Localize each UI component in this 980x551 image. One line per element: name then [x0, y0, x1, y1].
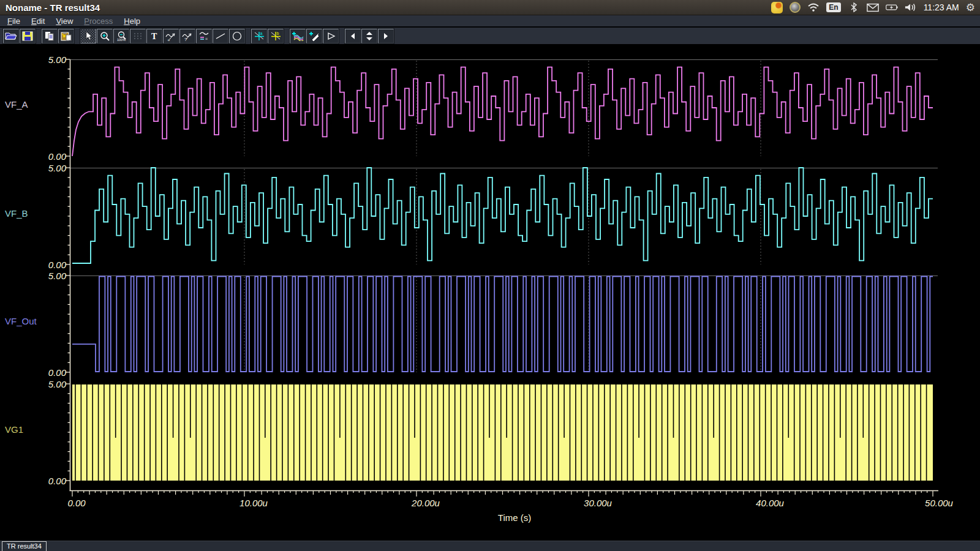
- run-icon: [326, 31, 336, 41]
- zoom-out-100-icon: 100%: [116, 31, 127, 41]
- zoom-in-icon: [99, 31, 110, 41]
- svg-text:100%: 100%: [117, 37, 126, 41]
- x-tick-40: 40.00u: [742, 498, 797, 508]
- svg-text:b: b: [276, 31, 279, 36]
- paste-button[interactable]: [58, 29, 74, 43]
- trace-label-vfb: VF_B: [5, 208, 63, 219]
- x-tick-0: 0.00: [49, 498, 104, 508]
- curve-annotate-a-button[interactable]: a: [163, 29, 179, 43]
- y-max-label-vfb: 5.00: [24, 163, 66, 173]
- tab-tr-result34[interactable]: TR result34: [2, 541, 47, 551]
- save-button[interactable]: [20, 29, 36, 43]
- select-icon: [83, 31, 93, 41]
- volume-icon[interactable]: [905, 1, 917, 13]
- curve-annotate-a-icon: a: [165, 31, 177, 41]
- y-max-label-vfa: 5.00: [24, 54, 66, 65]
- app-orb-icon[interactable]: [790, 2, 801, 13]
- paste-icon: [61, 31, 72, 41]
- text-icon: T: [149, 31, 159, 41]
- y-min-label-vfb: 0.00: [24, 260, 66, 270]
- menu-edit[interactable]: Edit: [26, 16, 50, 26]
- app-yellow-icon[interactable]: [771, 2, 783, 13]
- svg-text:?: ?: [184, 37, 187, 41]
- gear-icon[interactable]: ⚙: [966, 1, 975, 14]
- nav-left-icon: [349, 32, 356, 40]
- wifi-icon[interactable]: [807, 1, 820, 13]
- keyboard-layout-indicator[interactable]: En: [826, 2, 840, 12]
- toolbar-group: 100%Ta?=: [80, 29, 246, 43]
- y-max-label-vg1: 5.00: [24, 379, 66, 389]
- toolbar-group: [42, 29, 75, 43]
- trace-label-vfa: VF_A: [5, 99, 63, 110]
- ellipse-button[interactable]: [229, 29, 245, 43]
- waveform-plot: [0, 44, 980, 541]
- cursor-a-button[interactable]: a: [251, 29, 267, 43]
- toolbar-group: [345, 29, 394, 43]
- curve-annotate-help-button[interactable]: ?: [179, 29, 195, 43]
- bottom-tab-bar: TR result34: [0, 541, 980, 551]
- toolbar-group: [290, 29, 339, 43]
- x-tick-20: 20.00u: [398, 498, 453, 508]
- open-icon: [5, 31, 17, 41]
- trace-label-vg1: VG1: [5, 424, 63, 435]
- zoom-out-100-button[interactable]: 100%: [113, 29, 129, 43]
- add-curve-icon: [292, 31, 304, 41]
- cursor-a-icon: a: [254, 31, 265, 41]
- ellipse-icon: [232, 31, 243, 41]
- x-axis-title: Time (s): [478, 512, 551, 523]
- toolbar-group: [3, 29, 36, 43]
- mail-icon[interactable]: [867, 1, 879, 13]
- svg-text:T: T: [151, 32, 157, 41]
- y-min-label-vg1: 0.00: [24, 476, 66, 486]
- legend-button[interactable]: =: [196, 29, 212, 43]
- toolbar: 100%Ta?=ab: [0, 28, 980, 44]
- x-tick-30: 30.00u: [570, 498, 625, 508]
- cursor-b-button[interactable]: b: [268, 29, 284, 43]
- system-tray: En 11:23 AM ⚙: [771, 1, 975, 14]
- y-max-label-vfout: 5.00: [24, 271, 66, 281]
- menu-file[interactable]: File: [2, 16, 25, 26]
- legend-icon: =: [198, 31, 210, 41]
- probe-button[interactable]: [306, 29, 322, 43]
- nav-spin-icon: [365, 31, 374, 41]
- open-button[interactable]: [3, 29, 19, 43]
- menu-help[interactable]: Help: [119, 16, 145, 26]
- y-min-label-vfout: 0.00: [24, 367, 66, 378]
- window-title: Noname - TR result34: [6, 2, 100, 13]
- toolbar-group: ab: [251, 29, 284, 43]
- nav-right-button[interactable]: [378, 29, 394, 43]
- clock-text[interactable]: 11:23 AM: [924, 2, 959, 12]
- waveform-chart-area: 5.00 0.00 5.00 0.00 5.00 0.00 5.00 0.00 …: [0, 44, 980, 541]
- save-icon: [22, 31, 33, 41]
- nav-left-button[interactable]: [345, 29, 361, 43]
- copy-icon: [44, 31, 55, 41]
- battery-icon[interactable]: [886, 1, 898, 13]
- zoom-in-button[interactable]: [97, 29, 113, 43]
- menu-bar: FileEditViewProcessHelp: [0, 15, 980, 27]
- x-tick-10: 10.00u: [226, 498, 281, 508]
- svg-text:a: a: [168, 37, 170, 41]
- trace-label-vfout: VF_Out: [5, 316, 63, 326]
- menu-process: Process: [79, 16, 118, 26]
- nav-spin-button[interactable]: [361, 29, 377, 43]
- cursor-b-icon: b: [270, 31, 282, 41]
- menu-view[interactable]: View: [51, 16, 78, 26]
- title-bar: Noname - TR result34 En: [0, 0, 980, 15]
- nav-right-icon: [382, 32, 390, 40]
- grid-icon: [133, 31, 143, 41]
- line-icon: [215, 31, 226, 41]
- bluetooth-icon[interactable]: [848, 1, 860, 13]
- select-button[interactable]: [80, 29, 96, 43]
- line-button[interactable]: [213, 29, 228, 43]
- copy-button[interactable]: [42, 29, 58, 43]
- run-button[interactable]: [323, 29, 339, 43]
- add-curve-button[interactable]: [290, 29, 306, 43]
- grid-button: [130, 29, 146, 43]
- curve-annotate-help-icon: ?: [182, 31, 194, 41]
- y-min-label-vfa: 0.00: [24, 151, 66, 162]
- probe-icon: [309, 31, 320, 41]
- svg-text:a: a: [260, 31, 262, 36]
- text-button[interactable]: T: [146, 29, 162, 43]
- x-tick-50: 50.00u: [911, 498, 967, 508]
- svg-text:=: =: [205, 37, 208, 41]
